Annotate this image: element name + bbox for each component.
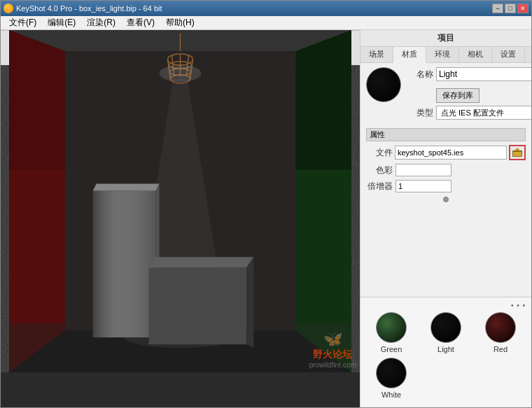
swatch-red[interactable]: Red xyxy=(475,312,526,353)
swatches-dots: • • • xyxy=(511,302,526,309)
svg-marker-16 xyxy=(149,257,254,267)
svg-marker-2 xyxy=(9,30,65,372)
material-preview xyxy=(366,67,401,102)
name-input[interactable] xyxy=(436,67,531,81)
color-swatch[interactable] xyxy=(396,164,451,176)
menu-help[interactable]: 帮助(H) xyxy=(160,15,200,30)
swatch-light-label: Light xyxy=(438,345,454,353)
svg-point-19 xyxy=(171,75,190,83)
window-controls: − □ ✕ xyxy=(492,3,528,13)
panel-tabs: 场景 材质 环境 相机 设置 xyxy=(360,47,531,63)
svg-point-18 xyxy=(168,54,193,65)
svg-line-21 xyxy=(190,59,192,79)
swatch-white-label: White xyxy=(382,391,401,399)
app-icon xyxy=(4,3,13,13)
menu-edit[interactable]: 编辑(E) xyxy=(42,15,81,30)
name-row: 名称 xyxy=(407,67,531,81)
svg-marker-17 xyxy=(246,257,253,348)
titlebar-left: KeyShot 4.0 Pro - box_ies_light.bip - 64… xyxy=(4,3,162,13)
name-label: 名称 xyxy=(407,69,433,80)
window-title: KeyShot 4.0 Pro - box_ies_light.bip - 64… xyxy=(16,4,162,13)
type-label: 类型 xyxy=(407,107,433,119)
panel-title: 项目 xyxy=(360,30,531,47)
content-area: 🦋 野火论坛 prowildfire.com 导入 库 xyxy=(1,30,531,407)
menu-render[interactable]: 渲染(R) xyxy=(81,15,121,30)
swatch-red-circle xyxy=(485,312,516,343)
tab-environment[interactable]: 环境 xyxy=(426,47,459,62)
scene-render xyxy=(1,30,360,372)
file-label: 文件 xyxy=(366,147,393,159)
tab-camera[interactable]: 相机 xyxy=(459,47,492,62)
svg-rect-1 xyxy=(9,30,351,72)
watermark-text1: 野火论坛 xyxy=(313,349,352,361)
scene-svg xyxy=(1,30,360,372)
indicator-dot xyxy=(443,197,449,202)
menu-view[interactable]: 查看(V) xyxy=(121,15,160,30)
svg-marker-13 xyxy=(93,184,160,191)
main-window: KeyShot 4.0 Pro - box_ies_light.bip - 64… xyxy=(0,0,532,408)
swatch-green[interactable]: Green xyxy=(366,312,416,353)
minimize-button[interactable]: − xyxy=(492,3,503,13)
swatch-white[interactable]: White xyxy=(366,358,416,399)
save-to-library-button[interactable]: 保存到库 xyxy=(436,88,479,103)
menubar: 文件(F) 编辑(E) 渲染(R) 查看(V) 帮助(H) xyxy=(1,16,531,30)
titlebar: KeyShot 4.0 Pro - box_ies_light.bip - 64… xyxy=(1,1,531,16)
multiplier-label: 倍增器 xyxy=(366,181,393,192)
svg-rect-5 xyxy=(65,51,295,330)
swatch-green-label: Green xyxy=(381,345,402,353)
file-browse-button[interactable] xyxy=(509,145,526,160)
file-row: 文件 xyxy=(366,145,526,160)
svg-marker-14 xyxy=(156,184,160,338)
close-button[interactable]: ✕ xyxy=(517,3,528,13)
tab-material[interactable]: 材质 xyxy=(393,47,426,63)
color-row: 色彩 xyxy=(366,164,526,176)
svg-marker-9 xyxy=(142,79,219,274)
svg-point-25 xyxy=(169,62,192,69)
svg-line-24 xyxy=(186,55,188,76)
right-panel: 项目 场景 材质 环境 相机 设置 名称 xyxy=(360,30,531,407)
svg-rect-11 xyxy=(93,191,156,338)
watermark-text2: prowildfire.com xyxy=(309,361,356,369)
svg-line-23 xyxy=(172,55,174,76)
watermark: 🦋 野火论坛 prowildfire.com xyxy=(309,330,356,369)
svg-point-28 xyxy=(160,65,202,82)
swatch-red-label: Red xyxy=(493,345,507,353)
swatches-grid: Green Light Red White xyxy=(366,312,526,399)
panel-body: 名称 保存到库 类型 点光 IES 配置文件 属性 xyxy=(360,63,531,297)
svg-point-10 xyxy=(139,302,223,330)
svg-line-20 xyxy=(168,59,171,79)
svg-point-8 xyxy=(125,327,237,348)
swatch-white-circle xyxy=(376,358,407,388)
multiplier-input[interactable] xyxy=(396,180,451,192)
svg-rect-12 xyxy=(93,191,156,338)
swatch-light-circle xyxy=(430,312,461,343)
watermark-icon: 🦋 xyxy=(323,330,342,349)
swatches-panel: • • • Green Light Red xyxy=(360,297,531,407)
maximize-button[interactable]: □ xyxy=(505,3,516,13)
type-select[interactable]: 点光 IES 配置文件 xyxy=(436,106,531,120)
tab-settings[interactable]: 设置 xyxy=(492,47,525,62)
svg-rect-29 xyxy=(9,30,351,372)
menu-file[interactable]: 文件(F) xyxy=(4,15,42,30)
svg-marker-3 xyxy=(295,30,351,372)
swatches-title-bar: • • • xyxy=(366,302,526,309)
attributes-section-header: 属性 xyxy=(366,128,526,141)
viewport: 🦋 野火论坛 prowildfire.com 导入 库 xyxy=(1,30,360,407)
file-input[interactable] xyxy=(395,146,507,160)
tab-scene[interactable]: 场景 xyxy=(360,47,393,62)
swatch-green-circle xyxy=(376,312,407,343)
type-row: 类型 点光 IES 配置文件 xyxy=(407,106,531,120)
svg-rect-15 xyxy=(149,267,247,344)
svg-rect-0 xyxy=(9,30,351,372)
swatch-light[interactable]: Light xyxy=(421,312,471,353)
svg-rect-49 xyxy=(513,152,522,156)
svg-rect-4 xyxy=(9,323,351,372)
svg-marker-48 xyxy=(512,148,519,150)
svg-marker-6 xyxy=(9,170,65,372)
svg-point-26 xyxy=(170,69,191,76)
multiplier-row: 倍增器 xyxy=(366,180,526,192)
color-label: 色彩 xyxy=(366,164,393,176)
